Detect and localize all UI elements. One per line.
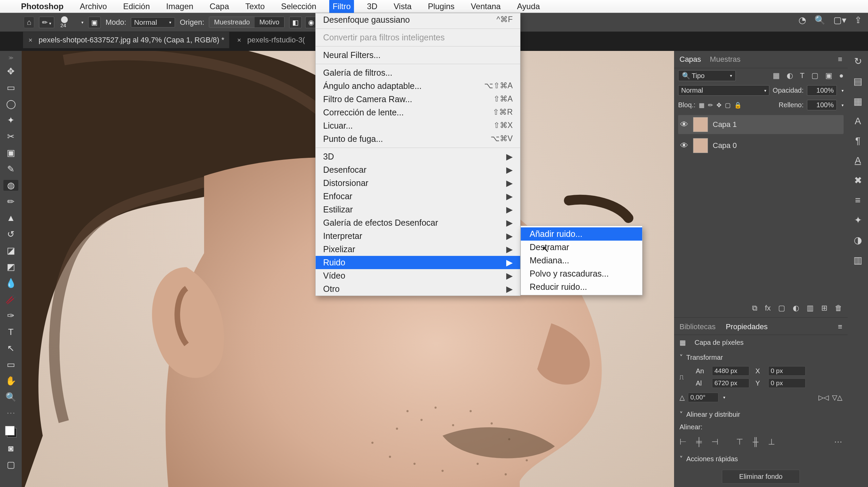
eyedropper-tool-icon[interactable]: ✎	[3, 164, 18, 174]
panel-menu-icon[interactable]: ≡	[838, 55, 842, 64]
layer-name[interactable]: Capa 1	[713, 120, 737, 129]
blend-mode-select[interactable]: Normal▾	[131, 17, 175, 27]
lock-pixels-icon[interactable]: ▦	[699, 101, 705, 109]
search-icon[interactable]: 🔍	[814, 15, 825, 25]
doc-tab-2[interactable]: × pexels-rfstudio-3(	[232, 32, 310, 48]
x-input[interactable]: 0 px	[768, 366, 806, 376]
menu-item[interactable]: Corrección de lente...⇧⌘R	[316, 106, 520, 119]
flip-v-icon[interactable]: ▽△	[832, 393, 842, 401]
menu-3d[interactable]: 3D	[363, 0, 381, 13]
transform-section[interactable]: ˅Transformar	[679, 350, 842, 363]
filter-toggle-icon[interactable]: ●	[839, 71, 844, 80]
submenu-item[interactable]: Mediana...	[521, 254, 642, 267]
history-brush-icon[interactable]: ↺	[3, 229, 18, 240]
dodge-tool-icon[interactable]: 🥢	[3, 294, 18, 305]
pen-tool-icon[interactable]: ✑	[3, 310, 18, 321]
menu-archivo[interactable]: Archivo	[76, 0, 110, 13]
menu-item[interactable]: Galería de filtros...	[316, 66, 520, 79]
align-more-icon[interactable]: ⋯	[834, 437, 842, 447]
hand-tool-icon[interactable]: ✋	[3, 375, 18, 386]
menu-texto[interactable]: Texto	[242, 0, 268, 13]
zoom-tool-icon[interactable]: 🔍	[3, 392, 18, 402]
menu-item[interactable]: Enfocar▶	[316, 190, 520, 203]
home-button[interactable]: ⌂	[24, 17, 34, 28]
move-tool-icon[interactable]: ✥	[3, 66, 18, 77]
frame-tool-icon[interactable]: ▣	[3, 147, 18, 158]
menu-item[interactable]: Convertir para filtros inteligentes	[316, 31, 520, 44]
align-hcenter-icon[interactable]: ╪	[696, 437, 702, 447]
lock-artboard-icon[interactable]: ▢	[725, 101, 731, 109]
align-section[interactable]: ˅Alinear y distribuir	[679, 407, 842, 420]
opacity-input[interactable]: 100%	[807, 85, 837, 96]
libraries-panel-icon[interactable]: ▦	[853, 96, 862, 107]
panel-menu-icon[interactable]: ≡	[838, 322, 842, 331]
menu-item[interactable]: Vídeo▶	[316, 269, 520, 282]
align-bottom-icon[interactable]: ⊥	[768, 437, 775, 447]
submenu-item[interactable]: Reducir ruido...	[521, 280, 642, 294]
menu-seleccion[interactable]: Selección	[278, 0, 320, 13]
visibility-icon[interactable]: 👁	[680, 120, 688, 129]
blur-tool-icon[interactable]: 💧	[3, 278, 18, 288]
group-icon[interactable]: ▥	[807, 304, 814, 313]
remove-background-button[interactable]: Eliminar fondo	[722, 470, 800, 484]
brush-size-picker[interactable]: 24	[59, 16, 75, 29]
color-panel-icon[interactable]: ▤	[853, 76, 862, 87]
menu-item[interactable]: Desenfoque gaussiano^⌘F	[316, 13, 520, 26]
filter-shape-icon[interactable]: ▢	[811, 71, 818, 80]
quick-actions-section[interactable]: ˅Acciones rápidas	[679, 451, 842, 464]
menu-imagen[interactable]: Imagen	[163, 0, 197, 13]
menu-item[interactable]: Interpretar▶	[316, 229, 520, 243]
menu-item[interactable]: Desenfocar▶	[316, 163, 520, 176]
flip-h-icon[interactable]: ▷◁	[818, 393, 829, 401]
menu-item[interactable]: Filtro de Camera Raw...⇧⌘A	[316, 93, 520, 106]
menu-vista[interactable]: Vista	[390, 0, 415, 13]
heal-brush-tool-icon[interactable]: ◍	[3, 180, 18, 191]
align-top-icon[interactable]: ⊤	[736, 437, 743, 447]
cloud-sync-icon[interactable]: ◔	[798, 15, 806, 25]
menu-item[interactable]: Licuar...⇧⌘X	[316, 119, 520, 132]
frame-icon[interactable]: ▢▾	[833, 15, 846, 25]
eraser-tool-icon[interactable]: ◪	[3, 245, 18, 256]
tab-muestras[interactable]: Muestras	[710, 55, 741, 64]
crop-tool-icon[interactable]: ✂	[3, 131, 18, 142]
menu-item[interactable]: Pixelizar▶	[316, 243, 520, 256]
origin-motivo[interactable]: Motivo	[255, 17, 284, 27]
aligned-icon[interactable]: ◧	[289, 17, 302, 28]
tab-propiedades[interactable]: Propiedades	[726, 322, 768, 331]
wand-tool-icon[interactable]: ✦	[3, 115, 18, 126]
origin-segment[interactable]: Muestreado Motivo	[209, 17, 284, 28]
align-vcenter-icon[interactable]: ╫	[753, 437, 758, 447]
menu-capa[interactable]: Capa	[206, 0, 232, 13]
close-tab-icon[interactable]: ×	[237, 36, 241, 44]
screenmode-icon[interactable]: ▢	[3, 459, 18, 470]
layer-blend-select[interactable]: Normal▾	[678, 85, 769, 96]
clone-tool-icon[interactable]: ▲	[3, 212, 18, 223]
layer-filter-select[interactable]: 🔍 Tipo▾	[678, 70, 736, 81]
quickmask-icon[interactable]: ◙	[3, 443, 18, 454]
lock-brush-icon[interactable]: ✏	[708, 101, 713, 109]
menu-edicion[interactable]: Edición	[120, 0, 153, 13]
menu-filtro[interactable]: Filtro	[329, 0, 354, 13]
brush-dropdown-icon[interactable]: ▾	[80, 20, 83, 25]
angle-input[interactable]: 0,00°	[688, 393, 718, 402]
submenu-item[interactable]: Polvo y rascaduras...	[521, 267, 642, 280]
gradient-tool-icon[interactable]: ◩	[3, 261, 18, 272]
menu-ventana[interactable]: Ventana	[468, 0, 504, 13]
lock-position-icon[interactable]: ✥	[716, 101, 722, 109]
menu-item[interactable]: Estilizar▶	[316, 203, 520, 216]
filter-adjust-icon[interactable]: ◐	[787, 71, 793, 80]
align-left-icon[interactable]: ⊢	[679, 437, 687, 447]
tab-capas[interactable]: Capas	[679, 55, 701, 64]
adjustment-layer-icon[interactable]: ◐	[793, 304, 799, 313]
delete-layer-icon[interactable]: 🗑	[835, 304, 842, 313]
height-input[interactable]: 6720 px	[712, 378, 749, 388]
menu-item[interactable]: Punto de fuga...⌥⌘V	[316, 132, 520, 146]
actions-panel-icon[interactable]: ≡	[855, 195, 861, 206]
layer-row[interactable]: 👁 Capa 0	[678, 136, 844, 155]
share-icon[interactable]: ⇪	[854, 15, 862, 25]
brush-tool-icon[interactable]: ✏	[3, 196, 18, 207]
brush-panel-icon[interactable]: ▣	[88, 17, 101, 28]
layer-row[interactable]: 👁 Capa 1	[678, 115, 844, 134]
marquee-tool-icon[interactable]: ▭	[3, 82, 18, 93]
tab-bibliotecas[interactable]: Bibliotecas	[679, 322, 715, 331]
